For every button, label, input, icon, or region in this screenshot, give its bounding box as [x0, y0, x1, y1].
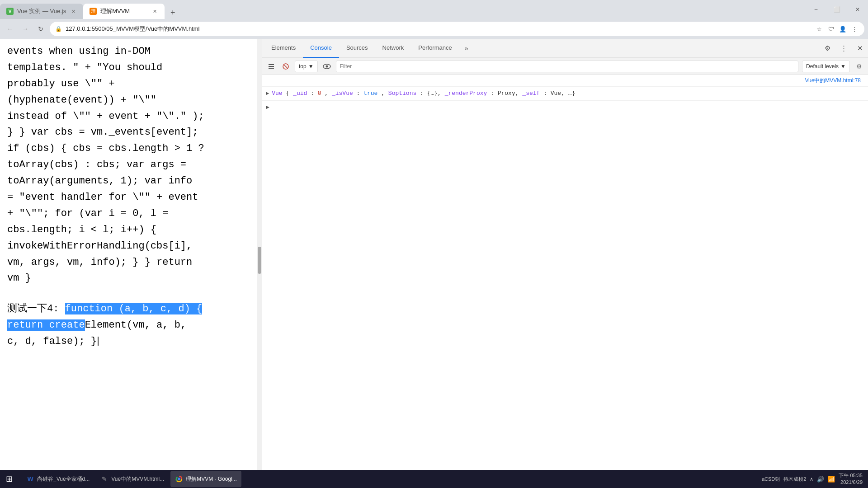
- more-tabs-button[interactable]: »: [460, 42, 473, 55]
- profile-icon[interactable]: 👤: [838, 24, 847, 33]
- svg-rect-2: [269, 68, 274, 69]
- forward-button[interactable]: →: [19, 23, 32, 35]
- tab-console-label: Console: [310, 44, 332, 51]
- tab1-title: Vue 实例 — Vue.js: [17, 7, 66, 15]
- clear-icon: [282, 63, 289, 70]
- minimize-button[interactable]: –: [806, 2, 826, 17]
- browser-tab-2[interactable]: 理 理解MVVM ✕: [83, 4, 165, 19]
- highlighted-return: return create: [7, 319, 85, 331]
- taskbar-item-word[interactable]: W 尚硅谷_Vue全家桶d...: [22, 471, 94, 487]
- maximize-button[interactable]: ⬜: [826, 2, 847, 17]
- tab-sources[interactable]: Sources: [339, 39, 375, 58]
- console-log-entry: ▶ Vue { _uid : 0 , _isVue : true , $opti…: [262, 87, 868, 101]
- scroll-thumb[interactable]: [258, 247, 261, 274]
- reload-button[interactable]: ↻: [34, 23, 47, 35]
- console-sidebar-toggle[interactable]: [266, 61, 277, 72]
- tab1-favicon: V: [6, 8, 14, 15]
- clear-console-button[interactable]: [280, 61, 291, 72]
- levels-label: Default levels: [806, 63, 839, 70]
- svg-line-4: [284, 65, 287, 68]
- taskbar-up-icon[interactable]: ∧: [810, 476, 813, 482]
- vue-key-label: Vue: [272, 90, 282, 97]
- menu-icon[interactable]: ⋮: [850, 24, 859, 33]
- window-controls: – ⬜ ✕: [806, 0, 868, 19]
- svg-rect-1: [269, 66, 274, 67]
- context-value: top: [299, 63, 307, 70]
- devtools-actions: ⚙ ⋮ ✕: [821, 42, 866, 55]
- source-line-15: vm }: [7, 271, 255, 286]
- source-line-11: + "\""; for (var i = 0, l =: [7, 206, 255, 221]
- taskbar-item-chrome-label: 理解MVVM - Googl...: [186, 475, 237, 483]
- tab2-close-button[interactable]: ✕: [151, 8, 158, 15]
- devtools-settings-button[interactable]: ⚙: [821, 42, 834, 55]
- star-icon[interactable]: ☆: [815, 24, 824, 33]
- source-line-2: templates. " + "You should: [7, 61, 255, 75]
- console-settings-button[interactable]: ⚙: [854, 61, 864, 72]
- taskbar-date-text: 2021/6/29: [839, 479, 863, 486]
- start-button[interactable]: ⊞: [0, 470, 18, 488]
- context-selector[interactable]: top ▼: [295, 61, 318, 72]
- eye-button[interactable]: [321, 61, 332, 72]
- back-button[interactable]: ←: [4, 23, 16, 35]
- file-ref-text: Vue中的MVVM.html:78: [805, 77, 861, 84]
- taskbar: ⊞ W 尚硅谷_Vue全家桶d... ✎ Vue中的MVVM.html...: [0, 470, 868, 488]
- log-levels-selector[interactable]: Default levels ▼: [802, 61, 850, 72]
- console-prompt[interactable]: ▶: [262, 101, 868, 113]
- shield-icon[interactable]: 🛡: [826, 24, 835, 33]
- taskbar-item-chrome[interactable]: 理解MVVM - Googl...: [170, 471, 241, 487]
- source-pane: events when using in-DOM templates. " + …: [0, 39, 262, 470]
- tab-sources-label: Sources: [346, 44, 368, 51]
- address-bar[interactable]: 🔒 127.0.0.1:5500/05_MVVM模型/Vue中的MVVM.htm…: [50, 22, 864, 36]
- tab2-title: 理解MVVM: [100, 7, 147, 15]
- source-line-1: events when using in-DOM: [7, 44, 255, 59]
- svg-point-6: [326, 65, 328, 67]
- svg-point-7: [178, 478, 180, 480]
- tab-elements-label: Elements: [271, 44, 296, 51]
- console-log-text: Vue { _uid : 0 , _isVue : true , $option…: [272, 89, 864, 98]
- tab2-favicon: 理: [90, 8, 97, 15]
- tab-console[interactable]: Console: [303, 39, 339, 58]
- source-line-8: toArray(cbs) : cbs; var args =: [7, 158, 255, 172]
- source-line-6: } } var cbs = vm._events[event];: [7, 125, 255, 140]
- source-return-line: return createElement(vm, a, b,: [7, 318, 255, 333]
- browser-content: events when using in-DOM templates. " + …: [0, 39, 868, 470]
- levels-arrow-icon: ▼: [840, 63, 846, 70]
- console-output: Vue中的MVVM.html:78 ▶ Vue { _uid : 0 , _is…: [262, 75, 868, 470]
- tab-network-label: Network: [382, 44, 404, 51]
- new-tab-button[interactable]: +: [166, 6, 179, 19]
- close-button[interactable]: ✕: [847, 2, 868, 17]
- source-line-12: cbs.length; i < l; i++) {: [7, 223, 255, 237]
- devtools-close-button[interactable]: ✕: [854, 42, 866, 55]
- taskbar-system-tray: aCSD刻 待木成桢2 ∧ 🔊 📶 下午 05:35 2021/6/29: [756, 472, 868, 486]
- taskbar-network-icon[interactable]: 📶: [828, 476, 835, 483]
- vertical-scrollbar[interactable]: [257, 39, 262, 470]
- address-text: 127.0.0.1:5500/05_MVVM模型/Vue中的MVVM.html: [66, 25, 199, 33]
- source-line-10: = "event handler for \"" + event: [7, 190, 255, 205]
- browser-tab-1[interactable]: V Vue 实例 — Vue.js ✕: [0, 4, 83, 19]
- devtools-tabs: Elements Console Sources Network Perform…: [262, 39, 868, 58]
- tab-network[interactable]: Network: [375, 39, 411, 58]
- source-line-7: if (cbs) { cbs = cbs.length > 1 ?: [7, 141, 255, 156]
- taskbar-time-text: 下午 05:35: [839, 472, 863, 479]
- expand-arrow-icon[interactable]: ▶: [266, 90, 269, 97]
- test-label: 测试一下4:: [7, 303, 65, 314]
- source-last-line: c, d, false); }: [7, 334, 255, 349]
- tab-performance[interactable]: Performance: [411, 39, 459, 58]
- taskbar-ime2: 待木成桢2: [783, 476, 806, 483]
- start-icon: ⊞: [6, 474, 13, 484]
- source-test-line: 测试一下4: function (a, b, c, d) {: [7, 302, 255, 316]
- filter-input[interactable]: [336, 61, 798, 72]
- taskbar-clock[interactable]: 下午 05:35 2021/6/29: [839, 472, 863, 486]
- taskbar-item-editor[interactable]: ✎ Vue中的MVVM.html...: [96, 471, 169, 487]
- source-line-9: toArray(arguments, 1); var info: [7, 174, 255, 188]
- taskbar-items: W 尚硅谷_Vue全家桶d... ✎ Vue中的MVVM.html... 理解M…: [18, 471, 756, 487]
- context-arrow-icon: ▼: [308, 63, 314, 70]
- tab-elements[interactable]: Elements: [264, 39, 303, 58]
- file-reference[interactable]: Vue中的MVVM.html:78: [262, 75, 868, 87]
- console-toolbar: top ▼ Default levels ▼ ⚙: [262, 58, 868, 75]
- text-cursor: [98, 337, 103, 346]
- taskbar-volume-icon[interactable]: 🔊: [817, 476, 824, 483]
- tab-strip: V Vue 实例 — Vue.js ✕ 理 理解MVVM ✕ +: [0, 0, 806, 19]
- tab1-close-button[interactable]: ✕: [70, 8, 77, 15]
- devtools-more-button[interactable]: ⋮: [837, 42, 850, 55]
